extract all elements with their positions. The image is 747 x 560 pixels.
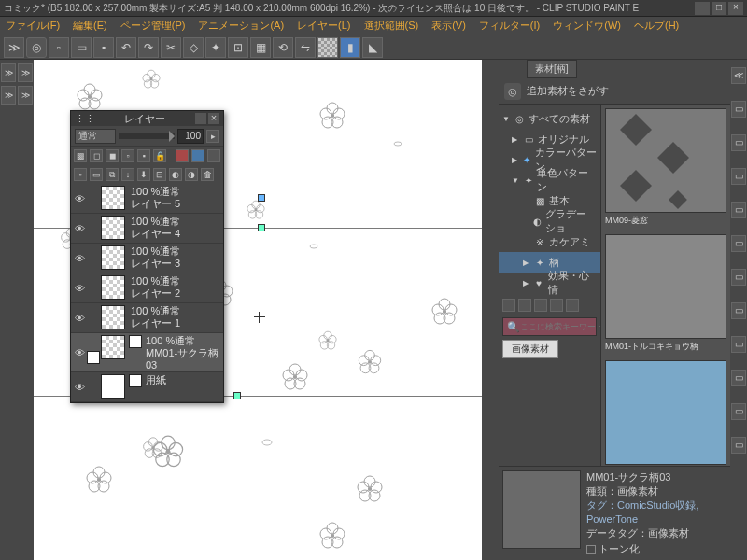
dock-expand-icon[interactable]: ≫ <box>18 86 33 105</box>
tree-all[interactable]: ▼◎すべての素材 <box>499 108 600 129</box>
dock-panel-icon[interactable]: ▭ <box>731 336 746 353</box>
save-icon[interactable]: ▪ <box>93 37 114 58</box>
fit-icon[interactable]: ⊡ <box>228 37 248 58</box>
dock-expand-icon[interactable]: ≫ <box>1 63 16 82</box>
delete-icon[interactable]: 🗑 <box>201 168 214 181</box>
tree-tool-icon[interactable] <box>566 299 579 312</box>
keyword-search[interactable]: 🔍 <box>502 317 597 336</box>
undo-icon[interactable]: ↶ <box>116 37 136 58</box>
tone-checkbox[interactable] <box>586 545 596 554</box>
clip-studio-icon[interactable]: ◎ <box>26 37 47 58</box>
image-material-button[interactable]: 画像素材 <box>502 340 558 358</box>
dock-panel-icon[interactable]: ▭ <box>731 202 746 218</box>
tree-tool-icon[interactable] <box>502 299 515 312</box>
menu-filter[interactable]: フィルター(I) <box>479 19 540 33</box>
visibility-icon[interactable]: 👁 <box>71 372 88 401</box>
maximize-button[interactable]: □ <box>712 2 726 15</box>
snap-icon[interactable]: ◣ <box>362 37 383 58</box>
visibility-icon[interactable]: 👁 <box>71 184 88 213</box>
layer-item-selected[interactable]: 👁100 %通常MM01-サクラ柄03 <box>71 333 223 372</box>
material-thumb[interactable]: MM01-トルコキキョウ柄 <box>605 234 726 355</box>
mask-create-icon[interactable]: ◐ <box>169 168 182 181</box>
dock-panel-icon[interactable]: ▭ <box>731 168 746 185</box>
cut-icon[interactable]: ✂ <box>161 37 181 58</box>
transform-handle[interactable] <box>258 194 265 202</box>
visibility-icon[interactable]: 👁 <box>71 303 88 332</box>
menu-edit[interactable]: 編集(E) <box>73 19 107 33</box>
grip-icon[interactable]: ⋮⋮ <box>75 113 95 125</box>
combine-icon[interactable]: ⊟ <box>153 168 166 181</box>
dock-panel-icon[interactable]: ▭ <box>731 403 746 420</box>
tree-tool-icon[interactable] <box>534 299 547 312</box>
dock-panel-icon[interactable]: ▭ <box>731 370 746 386</box>
color-label-icon[interactable] <box>207 149 220 162</box>
dock-expand-icon[interactable]: ≫ <box>18 63 33 82</box>
visibility-icon[interactable]: 👁 <box>71 273 88 302</box>
layer-item[interactable]: 👁100 %通常レイヤー 1 <box>71 303 223 333</box>
dock-panel-icon[interactable]: ▭ <box>731 302 746 319</box>
dock-panel-icon[interactable]: ▭ <box>731 134 746 151</box>
redo-icon[interactable]: ↷ <box>138 37 159 58</box>
duplicate-icon[interactable]: ⧉ <box>106 168 119 181</box>
minimize-button[interactable]: − <box>695 2 710 15</box>
menu-file[interactable]: ファイル(F) <box>6 19 60 33</box>
tab-materials[interactable]: 素材[柄] <box>527 60 577 78</box>
mask-icon[interactable]: ◼ <box>106 149 119 162</box>
dock-panel-icon[interactable]: ▭ <box>731 235 746 252</box>
layer-item[interactable]: 👁100 %通常レイヤー 3 <box>71 244 223 273</box>
dock-panel-icon[interactable]: ▭ <box>731 437 746 454</box>
clip-studio-icon[interactable]: ◎ <box>504 83 521 100</box>
tree-monopattern[interactable]: ▼✦単色パターン <box>499 170 600 190</box>
clip-icon[interactable]: ▫ <box>121 149 134 162</box>
close-icon[interactable]: × <box>208 113 219 124</box>
stepper-icon[interactable]: ▸ <box>206 130 219 143</box>
apply-mask-icon[interactable]: ◑ <box>185 168 198 181</box>
color-label-icon[interactable] <box>176 149 189 162</box>
lock-all-icon[interactable]: 🔒 <box>153 149 166 162</box>
close-button[interactable]: × <box>728 2 743 15</box>
transfer-icon[interactable]: ↓ <box>121 168 134 181</box>
tree-effect[interactable]: ▶♥効果・心情 <box>499 273 600 293</box>
tree-kakeami[interactable]: ※カケアミ <box>499 231 600 252</box>
search-input[interactable] <box>520 322 601 331</box>
opacity-value[interactable]: 100 <box>177 129 204 144</box>
blend-mode-dropdown[interactable]: 通常 <box>75 129 116 144</box>
layer-item[interactable]: 👁100 %通常レイヤー 4 <box>71 214 223 244</box>
layer-item[interactable]: 👁用紙 <box>71 372 223 402</box>
menu-view[interactable]: 表示(V) <box>431 19 466 33</box>
mask-thumb[interactable] <box>129 335 142 348</box>
new-icon[interactable]: ▫ <box>49 37 69 58</box>
dock-collapse-icon[interactable]: ≪ <box>731 67 746 84</box>
search-materials-label[interactable]: 追加素材をさがす <box>527 84 609 98</box>
checker-icon[interactable]: ▩ <box>74 149 87 162</box>
actual-icon[interactable]: ▦ <box>250 37 271 58</box>
dock-expand-icon[interactable]: ≫ <box>1 86 16 105</box>
layer-item[interactable]: 👁100 %通常レイヤー 2 <box>71 273 223 303</box>
rotate-icon[interactable]: ⟲ <box>273 37 293 58</box>
zoom-icon[interactable]: ✦ <box>205 37 226 58</box>
tree-tool-icon[interactable] <box>518 299 531 312</box>
menu-layer[interactable]: レイヤー(L) <box>297 19 350 33</box>
lock-icon[interactable]: ◻ <box>90 149 103 162</box>
menu-window[interactable]: ウィンドウ(W) <box>553 19 621 33</box>
ref-icon[interactable]: ▪ <box>137 149 150 162</box>
clear-icon[interactable]: ◇ <box>183 37 204 58</box>
tree-tool-icon[interactable] <box>550 299 563 312</box>
menu-page[interactable]: ページ管理(P) <box>120 19 186 33</box>
menu-help[interactable]: ヘルプ(H) <box>634 19 679 33</box>
new-layer-icon[interactable]: ▫ <box>74 168 87 181</box>
visibility-icon[interactable]: 👁 <box>71 244 88 273</box>
menu-select[interactable]: 選択範囲(S) <box>364 19 419 33</box>
material-thumb[interactable] <box>605 360 726 465</box>
visibility-icon[interactable]: 👁 <box>71 333 88 371</box>
minimize-icon[interactable]: – <box>195 113 206 124</box>
grid-icon[interactable] <box>317 37 338 58</box>
dock-panel-icon[interactable]: ▭ <box>731 269 746 286</box>
menu-animation[interactable]: アニメーション(A) <box>198 19 284 33</box>
dock-panel-icon[interactable]: ▭ <box>731 101 746 118</box>
color-label-icon[interactable] <box>191 149 204 162</box>
opacity-slider[interactable] <box>119 133 175 139</box>
new-folder-icon[interactable]: ▭ <box>90 168 103 181</box>
flip-icon[interactable]: ⇋ <box>295 37 316 58</box>
visibility-icon[interactable]: 👁 <box>71 214 88 243</box>
